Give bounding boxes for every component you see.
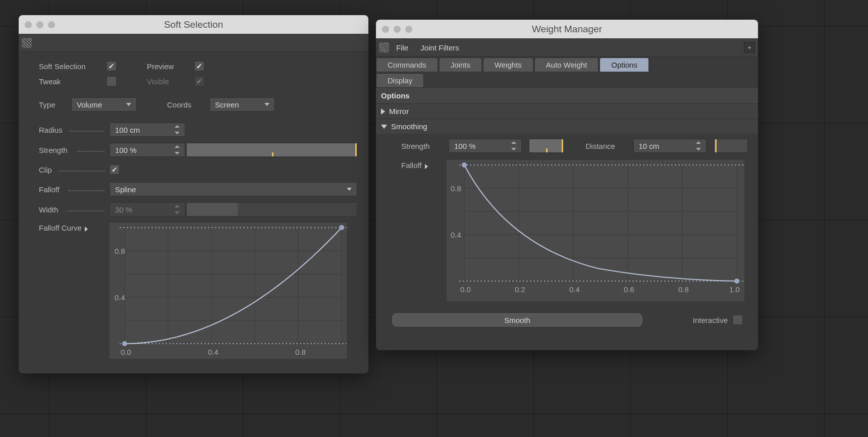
ytick: 0.4 (451, 231, 461, 239)
xtick: 0.6 (624, 285, 634, 294)
width-label: Width (39, 205, 110, 214)
type-label: Type (39, 100, 64, 109)
preview-label: Preview (147, 62, 187, 71)
caret-down-icon (264, 103, 269, 106)
stepper-icon[interactable] (511, 141, 516, 150)
falloff-curve-wrap: Falloff Curve (39, 223, 357, 359)
strength-input[interactable]: 100 % (110, 143, 185, 157)
type-dropdown[interactable]: Volume (71, 97, 137, 112)
weight-manager-menubar: File Joint Filters + (376, 38, 758, 57)
expand-icon[interactable] (85, 227, 88, 232)
xtick: 0.0 (121, 348, 131, 356)
tab-weights[interactable]: Weights (483, 58, 533, 72)
wm-strength-slider[interactable] (529, 139, 564, 153)
width-value: 30 % (115, 205, 132, 214)
wm-distance-value: 10 cm (639, 142, 660, 150)
weight-manager-title: Weight Manager (376, 24, 758, 35)
weight-manager-footer: Smooth Interactive (376, 306, 758, 336)
maximize-icon[interactable] (405, 26, 412, 33)
chevron-down-icon (381, 125, 387, 129)
ytick: 0.4 (115, 293, 125, 302)
wm-strength-input[interactable]: 100 % (449, 139, 522, 153)
xtick: 0.4 (208, 348, 219, 356)
smoothing-falloff-chart[interactable]: 0.8 0.4 0.0 0.2 0.4 0.6 0.8 1.0 (447, 160, 744, 301)
xtick: 1.0 (729, 285, 740, 294)
svg-rect-0 (125, 228, 342, 344)
wm-distance-slider[interactable] (714, 139, 748, 153)
tab-options[interactable]: Options (600, 58, 649, 72)
preview-checkbox[interactable] (194, 61, 204, 71)
coords-dropdown[interactable]: Screen (209, 97, 275, 112)
soft-selection-menubar (19, 34, 368, 52)
weight-manager-titlebar[interactable]: Weight Manager (376, 20, 758, 38)
stepper-icon[interactable] (696, 141, 701, 150)
strength-slider[interactable] (186, 143, 357, 157)
options-group-header: Options (376, 88, 758, 103)
weight-manager-panel: Weight Manager File Joint Filters + Comm… (376, 20, 758, 350)
soft-selection-panel: Soft Selection Soft Selection Preview Tw… (19, 15, 368, 373)
chevron-right-icon (381, 108, 385, 115)
soft-selection-titlebar[interactable]: Soft Selection (19, 15, 368, 34)
clip-label: Clip (39, 166, 110, 174)
strength-label: Strength (39, 146, 110, 154)
soft-selection-title: Soft Selection (19, 19, 368, 30)
radius-input[interactable]: 100 cm (110, 123, 185, 137)
width-slider (186, 202, 357, 216)
ytick: 0.8 (451, 184, 461, 193)
hatch-icon[interactable] (379, 42, 389, 52)
smooth-button[interactable]: Smooth (391, 312, 643, 327)
visible-label: Visible (147, 77, 187, 86)
falloff-label: Falloff (39, 185, 110, 194)
minimize-icon[interactable] (394, 26, 401, 33)
type-value: Volume (77, 100, 102, 109)
tab-auto-weight[interactable]: Auto Weight (534, 58, 599, 72)
wm-falloff-label: Falloff (401, 161, 422, 170)
soft-selection-checkbox[interactable] (106, 61, 117, 71)
svg-point-16 (339, 225, 344, 230)
smoothing-label: Smoothing (391, 122, 427, 131)
expand-icon[interactable] (425, 164, 428, 169)
tweak-label: Tweak (39, 77, 99, 86)
wm-falloff-curve-wrap: Falloff (401, 160, 748, 301)
wm-distance-input[interactable]: 10 cm (633, 139, 707, 153)
mirror-label: Mirror (389, 107, 409, 116)
mirror-section[interactable]: Mirror (376, 103, 758, 119)
falloff-value: Spline (115, 185, 136, 194)
stepper-icon[interactable] (175, 145, 180, 154)
strength-value: 100 % (115, 146, 137, 154)
weight-manager-tabrow: Commands Joints Weights Auto Weight Opti… (376, 57, 758, 88)
falloff-dropdown[interactable]: Spline (110, 182, 357, 196)
falloff-curve-chart[interactable]: 0.8 0.4 0.0 0.4 0.8 (110, 223, 347, 359)
hatch-icon[interactable] (22, 38, 32, 48)
smoothing-section[interactable]: Smoothing (376, 119, 758, 134)
xtick: 0.8 (295, 348, 306, 356)
add-button[interactable]: + (744, 42, 755, 53)
maximize-icon[interactable] (48, 21, 55, 28)
minimize-icon[interactable] (36, 21, 43, 28)
soft-selection-form: Soft Selection Preview Tweak Visible Typ… (19, 52, 368, 364)
tab-display[interactable]: Display (376, 73, 424, 88)
tab-joints[interactable]: Joints (439, 58, 482, 72)
ytick: 0.8 (115, 247, 125, 255)
tweak-checkbox[interactable] (106, 76, 117, 86)
smoothing-form: Strength 100 % Distance 10 cm Falloff (376, 134, 758, 306)
wm-strength-value: 100 % (454, 142, 476, 150)
svg-point-15 (122, 341, 127, 346)
interactive-label: Interactive (693, 316, 728, 324)
xtick: 0.4 (569, 285, 580, 294)
caret-down-icon (347, 188, 352, 191)
close-icon[interactable] (382, 26, 389, 33)
coords-value: Screen (215, 100, 239, 109)
radius-value: 100 cm (115, 126, 140, 134)
clip-checkbox[interactable] (110, 165, 120, 175)
menu-joint-filters[interactable]: Joint Filters (415, 42, 464, 53)
menu-file[interactable]: File (391, 42, 413, 53)
coords-label: Coords (167, 100, 202, 109)
stepper-icon (175, 205, 180, 214)
close-icon[interactable] (25, 21, 32, 28)
xtick: 0.2 (515, 285, 525, 294)
svg-point-33 (734, 279, 739, 284)
stepper-icon[interactable] (175, 125, 180, 134)
tab-commands[interactable]: Commands (376, 58, 438, 72)
interactive-checkbox[interactable] (733, 315, 743, 325)
